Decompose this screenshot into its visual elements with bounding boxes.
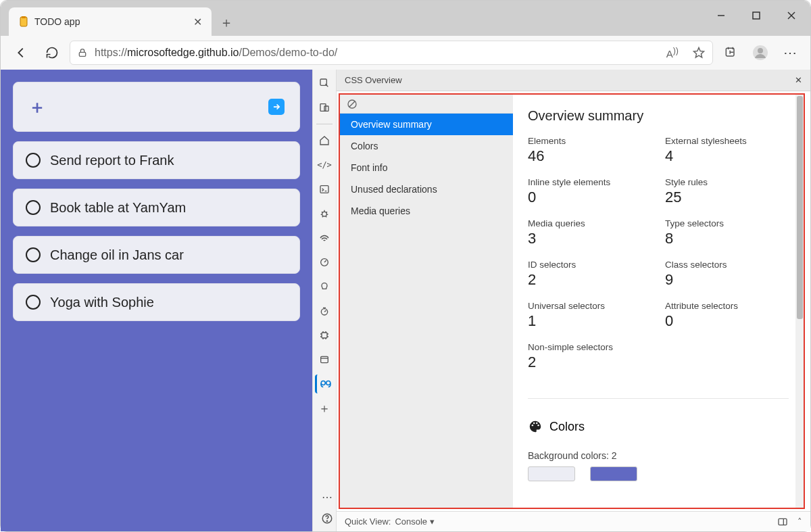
svg-rect-6 — [79, 52, 85, 56]
nav-media-queries[interactable]: Media queries — [340, 200, 513, 222]
svg-point-20 — [326, 381, 330, 385]
devtools-footer: Quick View: Console ▾ ˄ — [337, 511, 810, 531]
stat-non-simple-selectors: Non-simple selectors2 — [528, 342, 652, 371]
svg-rect-0 — [20, 17, 27, 26]
browser-tab[interactable]: TODO app ✕ — [9, 7, 212, 36]
svg-point-25 — [536, 422, 537, 424]
lighthouse-icon[interactable] — [315, 301, 334, 320]
palette-icon — [528, 419, 543, 434]
back-button[interactable] — [7, 39, 34, 66]
circle-icon[interactable] — [26, 295, 41, 310]
todo-item[interactable]: Book table at YamYam — [13, 189, 300, 226]
devtools-tabstrip: </> ＋ — [312, 70, 337, 531]
application-icon[interactable] — [315, 350, 334, 369]
titlebar: TODO app ✕ ＋ — [1, 1, 810, 36]
plus-icon: ＋ — [28, 95, 46, 119]
stat-elements: Elements46 — [528, 136, 652, 165]
browser-toolbar: https://microsoftedge.github.io/Demos/de… — [1, 36, 810, 70]
read-aloud-icon[interactable]: A)) — [666, 46, 679, 59]
todo-label: Change oil in Jans car — [50, 247, 184, 263]
url-text: https://microsoftedge.github.io/Demos/de… — [95, 47, 337, 59]
bg-colors-label: Background colors: 2 — [528, 450, 789, 461]
svg-point-19 — [321, 381, 325, 385]
favorite-icon[interactable] — [692, 46, 706, 59]
refresh-button[interactable] — [39, 39, 66, 66]
css-overview-main: Overview summary Elements46 External sty… — [513, 95, 804, 508]
address-bar[interactable]: https://microsoftedge.github.io/Demos/de… — [70, 41, 713, 65]
todo-label: Book table at YamYam — [50, 200, 186, 216]
memory-icon[interactable] — [315, 277, 334, 296]
svg-rect-17 — [322, 333, 327, 338]
inspect-icon[interactable] — [315, 74, 334, 93]
devtools-more-icon[interactable]: ⋯ — [318, 487, 337, 506]
add-tool-icon[interactable]: ＋ — [315, 399, 334, 418]
svg-rect-18 — [321, 356, 328, 362]
todo-item[interactable]: Change oil in Jans car — [13, 236, 300, 274]
svg-rect-12 — [324, 106, 328, 111]
maximize-button[interactable] — [741, 5, 771, 26]
devtools-help-icon[interactable] — [318, 509, 337, 528]
collections-icon[interactable] — [717, 39, 744, 66]
circle-icon[interactable] — [26, 153, 41, 168]
nav-overview-summary[interactable]: Overview summary — [340, 114, 513, 135]
welcome-icon[interactable] — [315, 131, 334, 150]
svg-rect-11 — [320, 104, 326, 112]
more-menu-icon[interactable]: ⋯ — [777, 39, 804, 66]
nav-colors[interactable]: Colors — [340, 135, 513, 157]
submit-arrow-icon[interactable] — [268, 99, 285, 115]
sources-bug-icon[interactable] — [315, 204, 334, 223]
console-icon[interactable] — [315, 180, 334, 199]
device-icon[interactable] — [315, 98, 334, 117]
svg-point-24 — [533, 422, 535, 424]
circle-icon[interactable] — [26, 200, 41, 215]
stat-external-stylesheets: External stylesheets4 — [665, 136, 789, 165]
performance-icon[interactable] — [315, 253, 334, 272]
cpu-icon[interactable] — [315, 326, 334, 345]
stat-style-rules: Style rules25 — [665, 177, 789, 206]
profile-icon[interactable] — [747, 39, 774, 66]
css-overview-nav: Overview summary Colors Font info Unused… — [340, 95, 513, 508]
chevron-up-icon[interactable]: ˄ — [797, 516, 802, 527]
network-icon[interactable] — [315, 228, 334, 247]
svg-point-29 — [326, 521, 327, 521]
todo-label: Send report to Frank — [50, 153, 174, 168]
stat-universal-selectors: Universal selectors1 — [528, 301, 652, 330]
stat-attribute-selectors: Attribute selectors0 — [665, 301, 789, 330]
color-swatch[interactable] — [528, 466, 575, 481]
color-swatch[interactable] — [590, 466, 637, 481]
svg-point-26 — [537, 425, 539, 426]
todo-item[interactable]: Send report to Frank — [13, 141, 300, 179]
minimize-button[interactable] — [706, 5, 736, 26]
close-panel-icon[interactable]: ✕ — [795, 75, 802, 85]
stat-class-selectors: Class selectors9 — [665, 260, 789, 289]
circle-icon[interactable] — [26, 247, 41, 262]
add-todo-card[interactable]: ＋ — [13, 82, 300, 132]
new-tab-button[interactable]: ＋ — [214, 10, 239, 34]
clear-icon[interactable] — [347, 99, 358, 110]
svg-rect-3 — [753, 12, 760, 19]
dock-icon[interactable] — [777, 516, 788, 527]
svg-point-9 — [758, 48, 763, 53]
css-overview-icon[interactable] — [315, 374, 334, 393]
stat-inline-style: Inline style elements0 — [528, 177, 652, 206]
svg-rect-13 — [320, 186, 328, 193]
svg-rect-27 — [779, 518, 787, 525]
nav-unused-declarations[interactable]: Unused declarations — [340, 178, 513, 200]
svg-point-23 — [532, 425, 533, 426]
nav-font-info[interactable]: Font info — [340, 157, 513, 178]
todo-label: Yoga with Sophie — [50, 295, 154, 310]
lock-icon — [77, 47, 88, 58]
todo-app: ＋ Send report to Frank Book table at Yam… — [1, 70, 312, 531]
stat-id-selectors: ID selectors2 — [528, 260, 652, 289]
close-window-button[interactable] — [777, 5, 806, 26]
summary-heading: Overview summary — [528, 108, 789, 124]
elements-icon[interactable]: </> — [315, 155, 334, 174]
css-overview-panel: CSS Overview ✕ Overview summary Colors F… — [337, 70, 810, 531]
scrollbar[interactable] — [795, 95, 804, 508]
svg-rect-1 — [22, 16, 26, 18]
quickview-label: Quick View: — [345, 516, 391, 527]
todo-item[interactable]: Yoga with Sophie — [13, 283, 300, 321]
scroll-thumb[interactable] — [797, 96, 803, 319]
console-dropdown[interactable]: Console ▾ — [395, 516, 434, 527]
tab-close-icon[interactable]: ✕ — [193, 16, 202, 28]
